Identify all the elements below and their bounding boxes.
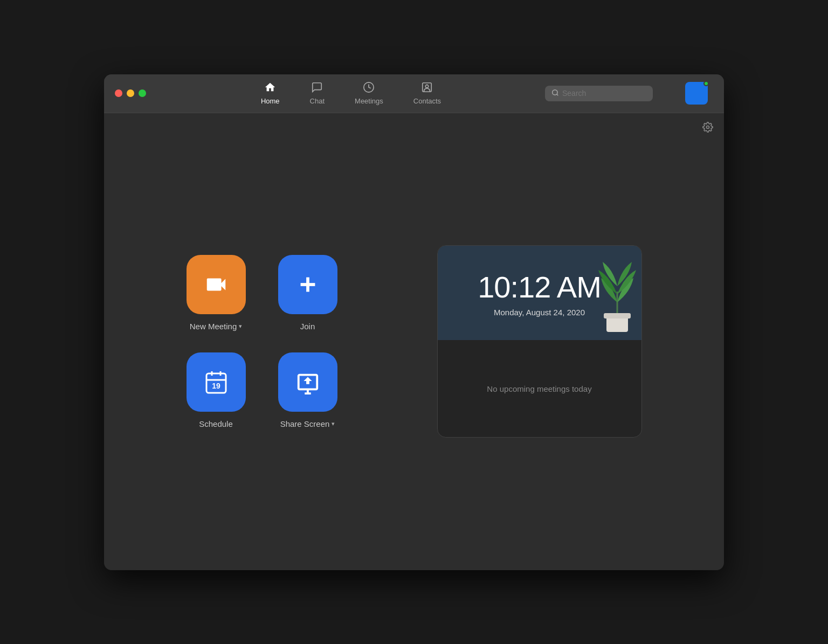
- clock-date: Monday, August 24, 2020: [494, 308, 585, 317]
- clock-header: 10:12 AM Monday, August 24, 2020: [438, 246, 641, 340]
- home-icon: [264, 81, 276, 95]
- schedule-label: Schedule: [199, 419, 233, 428]
- svg-point-2: [426, 85, 429, 88]
- avatar-container: [685, 82, 708, 105]
- main-content: New Meeting ▾ Join: [104, 113, 724, 570]
- tab-meetings-label: Meetings: [355, 97, 383, 105]
- new-meeting-chevron: ▾: [239, 323, 242, 330]
- svg-line-4: [557, 94, 558, 95]
- tab-chat-label: Chat: [310, 97, 325, 105]
- minimize-button[interactable]: [127, 89, 134, 97]
- share-screen-label: Share Screen ▾: [280, 419, 335, 428]
- contacts-icon: [421, 81, 433, 95]
- schedule-button[interactable]: 19: [187, 352, 246, 412]
- close-button[interactable]: [115, 89, 122, 97]
- new-meeting-button[interactable]: [187, 255, 246, 314]
- titlebar: Home Chat Meetings: [104, 74, 724, 113]
- svg-point-5: [707, 126, 709, 128]
- meetings-icon: [363, 81, 375, 95]
- svg-text:19: 19: [212, 382, 220, 390]
- tab-home[interactable]: Home: [246, 77, 295, 109]
- tab-contacts-label: Contacts: [413, 97, 441, 105]
- share-screen-item: Share Screen ▾: [278, 352, 337, 428]
- svg-point-3: [553, 89, 557, 94]
- svg-rect-14: [604, 313, 631, 318]
- online-status-dot: [703, 81, 709, 86]
- tab-home-label: Home: [261, 97, 280, 105]
- traffic-lights: [115, 89, 146, 97]
- clock-card: 10:12 AM Monday, August 24, 2020: [437, 245, 642, 438]
- chat-icon: [311, 81, 323, 95]
- share-screen-chevron: ▾: [332, 420, 335, 427]
- search-box[interactable]: [545, 86, 653, 101]
- maximize-button[interactable]: [139, 89, 146, 97]
- join-button[interactable]: [278, 255, 337, 314]
- no-meetings-label: No upcoming meetings today: [487, 384, 591, 393]
- schedule-item: 19 Schedule: [187, 352, 246, 428]
- clock-body: No upcoming meetings today: [438, 340, 641, 437]
- search-area: [545, 86, 653, 101]
- nav-tabs: Home Chat Meetings: [157, 77, 545, 109]
- tab-chat[interactable]: Chat: [295, 77, 340, 109]
- action-grid: New Meeting ▾ Join: [187, 255, 337, 428]
- search-input[interactable]: [562, 89, 646, 98]
- new-meeting-item: New Meeting ▾: [187, 255, 246, 331]
- tab-contacts[interactable]: Contacts: [398, 77, 456, 109]
- share-screen-button[interactable]: [278, 352, 337, 412]
- join-item: Join: [278, 255, 337, 331]
- join-label: Join: [300, 322, 315, 331]
- tab-meetings[interactable]: Meetings: [340, 77, 398, 109]
- settings-button[interactable]: [702, 122, 713, 135]
- search-icon: [551, 89, 559, 98]
- clock-time: 10:12 AM: [478, 269, 601, 304]
- new-meeting-label: New Meeting ▾: [190, 322, 243, 331]
- app-window: Home Chat Meetings: [104, 74, 724, 570]
